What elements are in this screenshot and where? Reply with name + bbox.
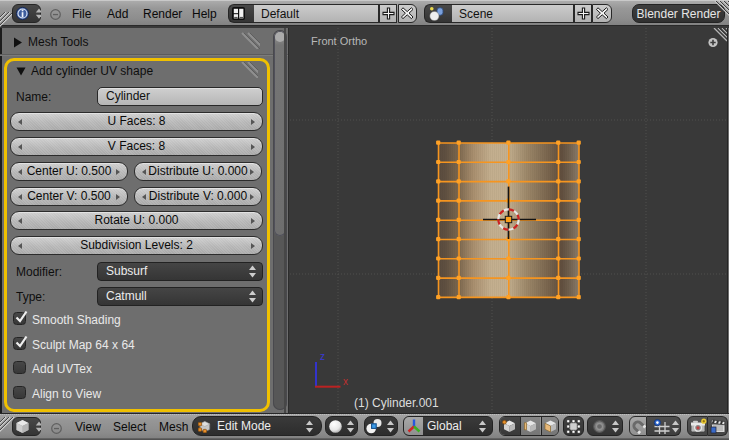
svg-text:z: z [320,351,325,362]
svg-text:(1) Cylinder.001: (1) Cylinder.001 [354,396,439,410]
svg-text:x: x [343,376,348,387]
svg-text:Front Ortho: Front Ortho [311,35,367,47]
